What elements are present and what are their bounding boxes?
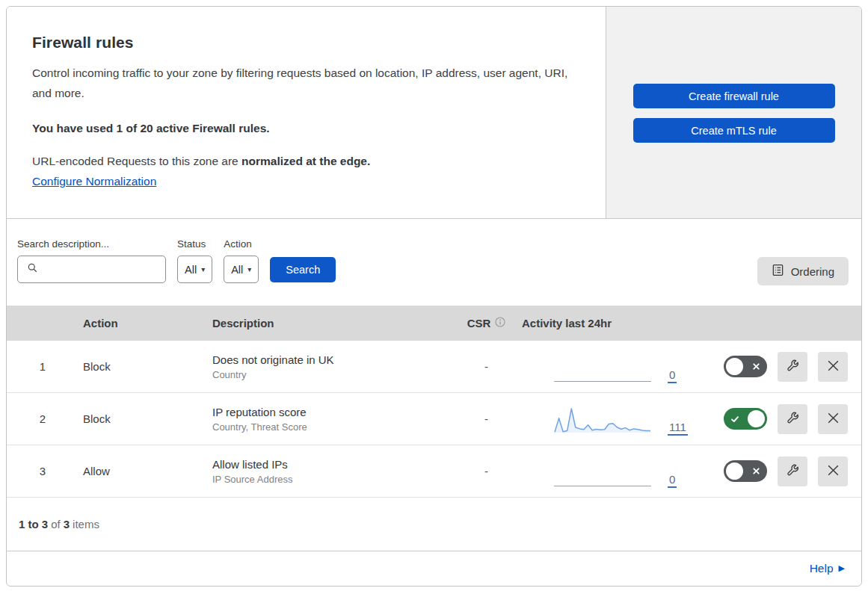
x-icon [748, 467, 765, 475]
wrench-icon [786, 463, 800, 480]
rule-csr-value: - [451, 360, 522, 373]
configure-normalization-link[interactable]: Configure Normalization [32, 175, 156, 188]
rule-csr-value: - [451, 465, 522, 477]
usage-summary: You have used 1 of 20 active Firewall ru… [32, 122, 573, 135]
normalization-note-bold: normalized at the edge. [241, 155, 370, 167]
ordering-button[interactable]: Ordering [757, 257, 849, 285]
status-select[interactable]: All ▾ [177, 256, 212, 283]
triangle-right-icon: ▶ [839, 563, 845, 573]
column-header-csr: CSR [451, 317, 522, 329]
edit-rule-button[interactable] [778, 457, 807, 486]
firewall-rules-panel: Firewall rules Control incoming traffic … [6, 6, 862, 587]
activity-sparkline [554, 352, 651, 382]
toggle-knob [748, 410, 765, 427]
page-description: Control incoming traffic to your zone by… [32, 64, 572, 103]
table-body: 1 Block Does not originate in UK Country… [7, 341, 861, 498]
column-header-description: Description [208, 317, 451, 329]
status-filter-group: Status All ▾ [177, 238, 212, 283]
header-actions-sidebar: Create firewall rule Create mTLS rule [606, 7, 861, 218]
rule-number: 3 [7, 465, 79, 477]
activity-sparkline [554, 457, 651, 486]
list-document-icon [772, 264, 784, 279]
wrench-icon [786, 359, 800, 375]
activity-count-link[interactable]: 111 [668, 421, 688, 436]
rule-description-cell: IP reputation score Country, Threat Scor… [208, 406, 451, 433]
activity-count-link[interactable]: 0 [668, 473, 677, 488]
search-icon [27, 262, 38, 276]
help-link[interactable]: Help ▶ [810, 562, 845, 575]
status-select-value: All [185, 264, 197, 276]
table-row: 3 Allow Allow listed IPs IP Source Addre… [7, 445, 861, 498]
rule-csr-value: - [451, 412, 522, 425]
search-input-box[interactable] [17, 256, 166, 283]
activity-sparkline [554, 404, 651, 434]
rule-activity-cell: 111 [522, 404, 705, 434]
rule-description: Does not originate in UK [212, 353, 451, 366]
pagination-items-label: items [73, 518, 99, 530]
info-icon[interactable] [495, 317, 505, 329]
rule-enable-toggle[interactable] [724, 408, 767, 430]
pagination-total: 3 [64, 518, 70, 530]
edit-rule-button[interactable] [778, 352, 807, 382]
delete-rule-button[interactable] [818, 404, 848, 434]
column-header-activity: Activity last 24hr [522, 317, 705, 329]
csr-header-label: CSR [467, 317, 491, 329]
rule-controls [705, 404, 861, 434]
search-label: Search description... [17, 238, 166, 250]
rule-description-cell: Does not originate in UK Country [208, 353, 451, 380]
search-button[interactable]: Search [270, 257, 336, 282]
normalization-note: URL-encoded Requests to this zone are no… [32, 155, 573, 168]
search-group: Search description... [17, 238, 166, 283]
action-filter-group: Action All ▾ [224, 238, 259, 283]
filter-controls: Search description... Status All ▾ Actio… [17, 238, 336, 283]
rule-action: Block [79, 412, 208, 425]
table-row: 1 Block Does not originate in UK Country… [7, 341, 861, 393]
search-description-input[interactable] [44, 256, 184, 282]
rule-controls [705, 352, 861, 382]
wrench-icon [786, 411, 800, 427]
delete-rule-button[interactable] [818, 457, 848, 486]
rule-number: 2 [7, 412, 79, 425]
rule-action: Allow [79, 465, 208, 477]
rule-criteria: Country, Threat Score [212, 421, 451, 433]
rule-enable-toggle[interactable] [724, 460, 767, 482]
x-icon [748, 362, 765, 371]
chevron-down-icon: ▾ [247, 265, 251, 273]
x-icon [827, 464, 840, 479]
action-select-value: All [231, 264, 243, 276]
create-firewall-rule-button[interactable]: Create firewall rule [633, 84, 835, 108]
filter-bar: Search description... Status All ▾ Actio… [7, 219, 861, 306]
rule-activity-cell: 0 [522, 457, 705, 486]
ordering-button-label: Ordering [791, 265, 834, 278]
x-icon [827, 359, 840, 374]
x-icon [827, 412, 840, 427]
normalization-note-text: URL-encoded Requests to this zone are [32, 155, 241, 167]
rule-activity-cell: 0 [522, 352, 705, 382]
page-title: Firewall rules [32, 34, 573, 52]
rule-description: IP reputation score [212, 406, 451, 418]
help-link-label: Help [810, 562, 834, 575]
header-card: Firewall rules Control incoming traffic … [7, 7, 606, 218]
rule-action: Block [79, 360, 208, 373]
column-header-action: Action [79, 317, 208, 329]
create-mtls-rule-button[interactable]: Create mTLS rule [633, 118, 835, 143]
chevron-down-icon: ▾ [201, 265, 205, 273]
toggle-knob [726, 462, 743, 480]
edit-rule-button[interactable] [778, 404, 807, 434]
rule-number: 1 [7, 360, 79, 373]
rule-enable-toggle[interactable] [724, 356, 767, 377]
status-label: Status [177, 238, 212, 250]
pagination-of: of [51, 518, 61, 530]
pagination-range: 1 to 3 [19, 518, 48, 530]
action-select[interactable]: All ▾ [224, 256, 259, 283]
rule-criteria: Country [212, 369, 451, 380]
header-section: Firewall rules Control incoming traffic … [7, 7, 861, 219]
rule-description-cell: Allow listed IPs IP Source Address [208, 458, 451, 485]
table-row: 2 Block IP reputation score Country, Thr… [7, 393, 861, 445]
delete-rule-button[interactable] [818, 352, 848, 382]
check-icon [726, 415, 744, 424]
rule-description: Allow listed IPs [212, 458, 451, 471]
rule-controls [705, 457, 861, 486]
activity-count-link[interactable]: 0 [668, 368, 677, 383]
table-header: Action Description CSR Activity last 24h… [7, 306, 861, 341]
